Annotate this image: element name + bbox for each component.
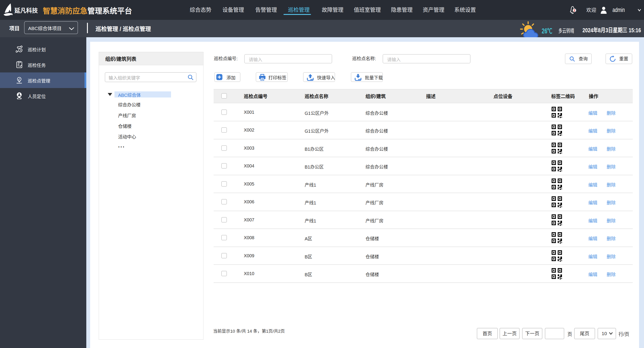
svg-text:2: 2 — [574, 9, 575, 12]
